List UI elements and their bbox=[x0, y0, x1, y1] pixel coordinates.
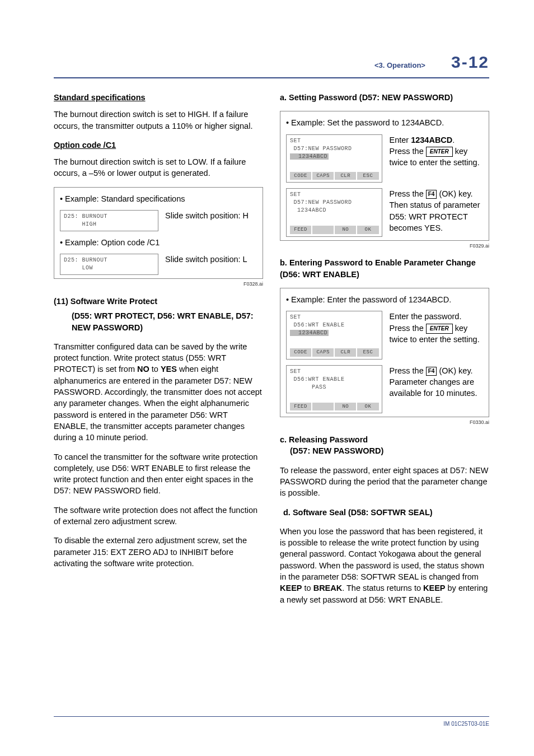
figure-label-1: F0328.ai bbox=[54, 281, 263, 288]
example-box-burnout: • Example: Standard specifications D25: … bbox=[54, 187, 263, 279]
heading-11: (11) Software Write Protect bbox=[54, 296, 263, 307]
device-screen-a1: SET D57:NEW PASSWORD 1234ABCD CODECAPSCL… bbox=[286, 134, 382, 183]
f4-key-icon: F4 bbox=[426, 367, 437, 376]
example-title-std: • Example: Standard specifications bbox=[60, 193, 257, 204]
example-title-opt: • Example: Option code /C1 bbox=[60, 237, 257, 248]
text-swp-3: The software write protection does not a… bbox=[54, 505, 263, 528]
heading-a: a. Setting Password (D57: NEW PASSWORD) bbox=[280, 92, 489, 103]
enter-key-icon: ENTER bbox=[426, 324, 453, 334]
right-column: a. Setting Password (D57: NEW PASSWORD) … bbox=[280, 92, 489, 613]
device-screen-b1: SET D56:WRT ENABLE 1234ABCD CODECAPSCLRE… bbox=[286, 311, 382, 360]
text-std-spec: The burnout direction switch is set to H… bbox=[54, 109, 263, 132]
header-rule bbox=[54, 77, 489, 78]
device-screen-burnout-low: D25: BURNOUT LOW bbox=[60, 254, 158, 275]
text-c: To release the password, enter eight spa… bbox=[280, 465, 489, 499]
instr-b2: Press the F4 (OK) key. Parameter changes… bbox=[389, 365, 483, 399]
caption-slide-h: Slide switch position: H bbox=[165, 210, 257, 221]
heading-option-c1: Option code /C1 bbox=[54, 139, 263, 151]
breadcrumb: <3. Operation> bbox=[374, 60, 425, 71]
text-d: When you lose the password that has been… bbox=[280, 526, 489, 605]
instr-b1: Enter the password. Press the ENTER key … bbox=[389, 311, 483, 345]
enter-key-icon: ENTER bbox=[426, 147, 453, 157]
caption-slide-l: Slide switch position: L bbox=[165, 254, 257, 265]
document-id: IM 01C25T03-01E bbox=[54, 720, 489, 728]
example-box-a: • Example: Set the password to 1234ABCD.… bbox=[280, 111, 489, 240]
heading-b: b. Entering Password to Enable Parameter… bbox=[280, 257, 489, 280]
example-title-a: • Example: Set the password to 1234ABCD. bbox=[286, 117, 483, 128]
heading-c-1: c. Releasing Password bbox=[280, 434, 489, 445]
heading-c-2: (D57: NEW PASSWORD) bbox=[280, 445, 489, 456]
heading-std-spec: Standard specifications bbox=[54, 92, 263, 103]
device-screen-b2: SET D56:WRT ENABLE PASS FEEDNOOK bbox=[286, 365, 382, 414]
left-column: Standard specifications The burnout dire… bbox=[54, 92, 263, 613]
text-swp-2: To cancel the transmitter for the softwa… bbox=[54, 451, 263, 497]
text-swp-1: Transmitter configured data can be saved… bbox=[54, 341, 263, 444]
page-number: 3-12 bbox=[451, 50, 489, 74]
device-screen-burnout-high: D25: BURNOUT HIGH bbox=[60, 210, 158, 231]
page-header: <3. Operation> 3-12 bbox=[54, 50, 489, 74]
example-title-b: • Example: Enter the password of 1234ABC… bbox=[286, 294, 483, 305]
heading-11-sub: (D55: WRT PROTECT, D56: WRT ENABLE, D57:… bbox=[54, 310, 263, 333]
text-option-c1: The burnout direction switch is set to L… bbox=[54, 156, 263, 179]
device-screen-a2: SET D57:NEW PASSWORD 1234ABCD FEEDNOOK bbox=[286, 188, 382, 237]
instr-a1: Enter 1234ABCD. Press the ENTER key twic… bbox=[389, 134, 483, 169]
f4-key-icon: F4 bbox=[426, 190, 437, 199]
example-box-b: • Example: Enter the password of 1234ABC… bbox=[280, 288, 489, 417]
footer-rule bbox=[54, 716, 489, 717]
heading-d: d. Software Seal (D58: SOFTWR SEAL) bbox=[280, 507, 489, 518]
instr-a2: Press the F4 (OK) key. Then status of pa… bbox=[389, 188, 483, 234]
figure-label-3: F0330.ai bbox=[280, 419, 489, 426]
figure-label-2: F0329.ai bbox=[280, 242, 489, 250]
text-swp-4: To disable the external zero adjustment … bbox=[54, 535, 263, 569]
page-footer: IM 01C25T03-01E bbox=[54, 716, 489, 729]
